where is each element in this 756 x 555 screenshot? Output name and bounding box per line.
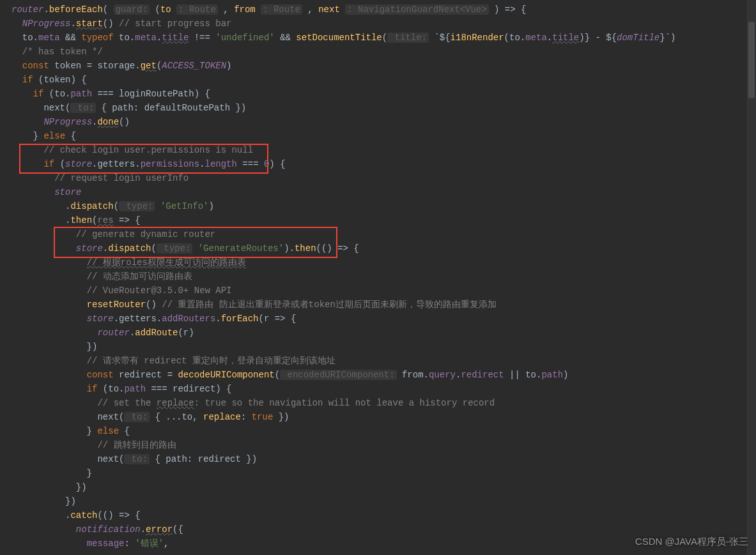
code-line: // VueRouter@3.5.0+ New API <box>0 284 756 298</box>
code-line: // 跳转到目的路由 <box>0 438 756 452</box>
code-line: // 根据roles权限生成可访问的路由表 <box>0 255 756 270</box>
code-line: // generate dynamic router <box>0 227 756 241</box>
code-line: router.addRoute(r) <box>0 326 756 340</box>
code-line: to.meta && typeof to.meta.title !== 'und… <box>0 31 756 45</box>
code-line: if (store.getters.permissions.length ===… <box>0 157 756 171</box>
code-line: }) <box>0 480 756 494</box>
code-line: }) <box>0 340 756 354</box>
code-line: if (token) { <box>0 73 756 87</box>
code-line: // 请求带有 redirect 重定向时，登录自动重定向到该地址 <box>0 354 756 368</box>
watermark-text: CSDN @JAVA程序员-张三 <box>635 535 748 549</box>
code-line: }) <box>0 494 756 508</box>
code-line: .dispatch( type: 'GetInfo') <box>0 199 756 213</box>
code-line: // request login userInfo <box>0 171 756 185</box>
code-line: // set the replace: true so the navigati… <box>0 396 756 410</box>
code-line: const token = storage.get(ACCESS_TOKEN) <box>0 59 756 73</box>
code-line: store.getters.addRouters.forEach(r => { <box>0 312 756 326</box>
code-line: store.dispatch( type: 'GenerateRoutes').… <box>0 241 756 255</box>
code-line: NProgress.done() <box>0 115 756 129</box>
code-line: resetRouter() // 重置路由 防止退出重新登录或者token过期后… <box>0 298 756 312</box>
scrollbar-thumb[interactable] <box>748 22 755 98</box>
code-line: } <box>0 466 756 480</box>
code-line: const redirect = decodeURIComponent( enc… <box>0 368 756 382</box>
code-line: router.beforeEach( guard: (to : Route , … <box>0 3 756 17</box>
code-line: store <box>0 185 756 199</box>
code-line: NProgress.start() // start progress bar <box>0 17 756 31</box>
code-line: if (to.path === redirect) { <box>0 382 756 396</box>
code-line: .then(res => { <box>0 213 756 227</box>
code-line: } else { <box>0 424 756 438</box>
code-line: next( to: { ...to, replace: true }) <box>0 410 756 424</box>
code-line: next( to: { path: redirect }) <box>0 452 756 466</box>
code-editor[interactable]: router.beforeEach( guard: (to : Route , … <box>0 0 756 551</box>
code-line: // 动态添加可访问路由表 <box>0 270 756 284</box>
code-line: /* has token */ <box>0 45 756 59</box>
code-line: } else { <box>0 129 756 143</box>
code-line: // check login user.permissions is null <box>0 143 756 157</box>
code-line: .catch(() => { <box>0 508 756 522</box>
code-line: if (to.path === loginRoutePath) { <box>0 87 756 101</box>
code-line: next( to: { path: defaultRoutePath }) <box>0 101 756 115</box>
